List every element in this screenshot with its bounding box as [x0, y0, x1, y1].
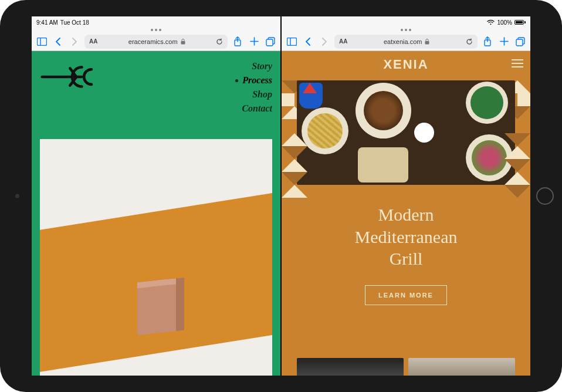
- left-webpage-content[interactable]: Story Process Shop Contact: [32, 51, 280, 376]
- forward-button: [318, 35, 331, 48]
- sidebar-icon[interactable]: [285, 35, 298, 48]
- nav-item-process[interactable]: Process: [235, 73, 272, 87]
- nav-item-story[interactable]: Story: [235, 59, 272, 73]
- status-time: 9:41 AM: [36, 19, 58, 26]
- left-pane: 9:41 AM Tue Oct 18 AA eraceramics.c: [32, 16, 280, 376]
- svg-rect-14: [425, 41, 429, 45]
- battery-icon: [514, 20, 526, 25]
- reader-aa-icon[interactable]: AA: [339, 38, 347, 45]
- share-icon[interactable]: [231, 35, 244, 48]
- forward-button: [68, 35, 81, 48]
- plus-icon[interactable]: [497, 35, 510, 48]
- footer-image: [297, 358, 404, 376]
- lock-icon: [425, 39, 429, 45]
- plate-fries: [302, 107, 348, 154]
- reload-icon[interactable]: [466, 38, 473, 45]
- front-camera: [15, 194, 19, 198]
- plate-greens: [466, 82, 508, 124]
- url-text: eatxenia.com: [384, 38, 422, 45]
- nav-label: Contact: [242, 102, 272, 116]
- screen-split-view: 9:41 AM Tue Oct 18 AA eraceramics.c: [32, 16, 530, 376]
- decor-pattern: [505, 133, 530, 367]
- svg-rect-0: [37, 38, 46, 45]
- era-hero-image: [40, 139, 272, 376]
- safari-toolbar-left: AA eraceramics.com: [32, 32, 280, 51]
- status-bar-right: 100%: [282, 16, 530, 27]
- lock-icon: [181, 39, 185, 45]
- era-nav: Story Process Shop Contact: [235, 59, 272, 116]
- nav-item-contact[interactable]: Contact: [235, 102, 272, 116]
- svg-rect-2: [181, 41, 185, 45]
- url-field-left[interactable]: AA eraceramics.com: [84, 35, 228, 49]
- multitasking-dots[interactable]: [32, 27, 280, 32]
- back-button[interactable]: [302, 35, 314, 48]
- reload-icon[interactable]: [216, 38, 223, 45]
- nav-item-shop[interactable]: Shop: [235, 87, 272, 102]
- nav-label: Story: [252, 59, 272, 73]
- xenia-footer-images: [297, 358, 515, 376]
- xenia-site: XENIA: [282, 51, 530, 376]
- right-webpage-content[interactable]: XENIA: [282, 51, 530, 376]
- home-button[interactable]: [536, 187, 554, 205]
- hamburger-menu-icon[interactable]: [512, 59, 523, 67]
- svg-rect-7: [266, 39, 273, 46]
- safari-toolbar-right: AA eatxenia.com: [282, 32, 530, 51]
- xenia-logo[interactable]: XENIA: [383, 57, 428, 72]
- learn-more-button[interactable]: LEARN MORE: [365, 285, 447, 305]
- right-pane: 100% AA eatxenia.com: [282, 16, 530, 376]
- tabs-icon[interactable]: [264, 35, 277, 48]
- multitasking-dots[interactable]: [282, 27, 530, 32]
- status-date: Tue Oct 18: [60, 19, 89, 26]
- sidebar-icon[interactable]: [35, 35, 48, 48]
- share-icon[interactable]: [481, 35, 494, 48]
- battery-pct: 100%: [497, 19, 512, 26]
- era-logo[interactable]: [40, 59, 104, 94]
- plate-dip: [414, 123, 434, 143]
- decor-pattern: [282, 133, 307, 367]
- status-bar-left: 9:41 AM Tue Oct 18: [32, 16, 280, 27]
- nav-label: Shop: [252, 87, 272, 102]
- footer-image: [408, 358, 515, 376]
- drink-cup: [299, 83, 323, 109]
- url-field-right[interactable]: AA eatxenia.com: [334, 35, 478, 49]
- tabs-icon[interactable]: [514, 35, 527, 48]
- url-text: eraceramics.com: [128, 38, 178, 45]
- svg-rect-19: [516, 39, 523, 46]
- svg-rect-12: [287, 38, 296, 45]
- svg-point-11: [490, 23, 492, 25]
- tagline-line: Modern: [282, 204, 530, 226]
- era-site: Story Process Shop Contact: [32, 51, 280, 376]
- plate-flatbread: [358, 147, 408, 183]
- tagline-line: Mediterranean: [282, 226, 530, 248]
- back-button[interactable]: [52, 35, 65, 48]
- plus-icon[interactable]: [248, 35, 260, 48]
- xenia-hero-image: [297, 80, 515, 185]
- xenia-tagline: Modern Mediterranean Grill: [282, 204, 530, 270]
- wifi-icon: [487, 19, 495, 25]
- reader-aa-icon[interactable]: AA: [89, 38, 97, 45]
- plate-grilled: [356, 83, 411, 138]
- clay-block: [137, 278, 184, 335]
- tagline-line: Grill: [282, 248, 530, 270]
- nav-label: Process: [242, 73, 272, 87]
- ipad-device-frame: 9:41 AM Tue Oct 18 AA eraceramics.c: [0, 0, 562, 392]
- active-dot-icon: [235, 79, 238, 82]
